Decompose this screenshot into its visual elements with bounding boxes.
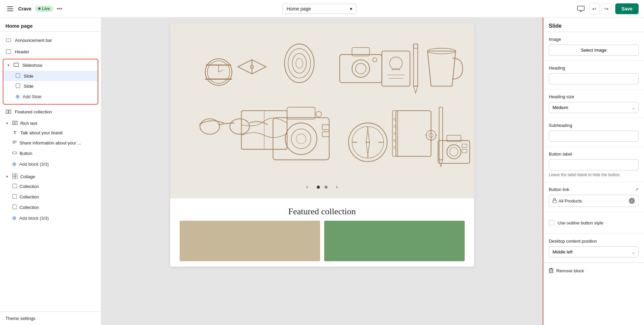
rich-text-icon — [12, 120, 18, 127]
collage-children: Collection Collection Collection ⊕ A — [0, 181, 101, 225]
svg-rect-8 — [14, 63, 19, 66]
theme-settings-link[interactable]: Theme settings — [0, 312, 101, 325]
svg-rect-11 — [16, 84, 20, 88]
rich-text-label: Rich text — [20, 121, 37, 126]
panel-heading-section: Heading — [543, 61, 644, 89]
remove-block-button[interactable]: Remove block — [543, 263, 644, 279]
svg-rect-3 — [577, 6, 584, 10]
collection-1-label: Collection — [20, 184, 39, 189]
rich-text-chevron: ▼ — [5, 121, 9, 125]
svg-rect-21 — [12, 174, 15, 176]
collection-icon-1 — [12, 184, 17, 189]
rich-text-section[interactable]: ▼ Rich text — [0, 117, 101, 128]
panel-title: Slide — [543, 18, 644, 32]
svg-rect-24 — [15, 177, 17, 179]
heading-size-select[interactable]: Medium Small Large — [549, 102, 639, 113]
button-link-clear[interactable]: × — [629, 198, 635, 204]
desktop-icon[interactable] — [576, 4, 586, 13]
undo-button[interactable]: ↩ — [589, 3, 600, 14]
svg-rect-22 — [15, 174, 17, 176]
sidebar-item-header[interactable]: Header — [0, 46, 101, 57]
slide-dot-2[interactable] — [325, 186, 328, 189]
sidebar-child-slide-2[interactable]: Slide — [3, 81, 98, 91]
outline-label: Use outline button style — [558, 220, 603, 225]
button-label-sidebar: Button — [20, 151, 32, 156]
svg-rect-94 — [553, 200, 556, 203]
topbar: Crave Live ••• Home page ▾ ↩ ↪ Save — [0, 0, 644, 18]
button-label-input[interactable] — [549, 159, 639, 170]
sidebar-item-announcement-bar[interactable]: Announcement bar — [0, 34, 101, 46]
add-block-collage-plus-icon: ⊕ — [12, 215, 17, 221]
topbar-left: Crave Live ••• — [5, 4, 62, 13]
slide-1-label: Slide — [24, 74, 33, 79]
subheading-input[interactable] — [549, 131, 639, 142]
menu-icon[interactable] — [5, 4, 15, 13]
right-panel: Slide Image Select Image Heading Heading… — [543, 18, 644, 325]
add-block-rich-text-button[interactable]: ⊕ Add block (3/3) — [0, 159, 101, 169]
heading-input[interactable] — [549, 73, 639, 84]
featured-collection-title: Featured collection — [180, 207, 465, 217]
desktop-position-select-wrapper: Middle left Middle center Middle right — [549, 246, 639, 258]
button-link-external-icon[interactable]: ↗ — [635, 187, 639, 192]
subheading-label: Subheading — [549, 123, 639, 128]
svg-rect-2 — [7, 10, 13, 11]
talk-label: Talk about your brand — [20, 130, 62, 135]
heading-field-label: Heading — [549, 65, 639, 71]
add-block-collage-button[interactable]: ⊕ Add block (3/3) — [0, 213, 101, 223]
slideshow-canvas: → ‹ › — [170, 23, 474, 198]
store-name: Crave — [18, 6, 31, 11]
desktop-position-select[interactable]: Middle left Middle center Middle right — [549, 246, 639, 258]
canvas-frame: → ‹ › Featured collection — [170, 23, 474, 267]
button-link-value: All Products × — [549, 195, 639, 207]
select-image-label: Select Image — [581, 48, 607, 53]
svg-point-9 — [16, 66, 17, 67]
slide-prev-arrow[interactable]: ‹ — [303, 182, 312, 192]
heading-size-select-wrapper: Medium Small Large — [549, 102, 639, 113]
redo-button[interactable]: ↪ — [601, 3, 612, 14]
collection-icon-2 — [12, 194, 17, 200]
featured-grid — [180, 221, 465, 261]
collage-chevron: ▼ — [5, 175, 9, 179]
panel-outline-section: Use outline button style — [543, 212, 644, 234]
live-badge: Live — [35, 6, 53, 12]
more-button[interactable]: ••• — [57, 6, 62, 12]
slide-2-label: Slide — [24, 84, 33, 89]
slide-dot-1[interactable] — [317, 186, 320, 189]
svg-rect-1 — [7, 8, 13, 9]
collage-section[interactable]: ▼ Collage — [0, 171, 101, 181]
live-label: Live — [42, 6, 50, 11]
sidebar-child-collection-1[interactable]: Collection — [0, 181, 101, 192]
sidebar-item-featured-label: Featured collection — [15, 109, 96, 114]
svg-rect-13 — [9, 110, 11, 113]
featured-img-2 — [324, 221, 465, 261]
sidebar: Home page Announcement bar Header ▼ — [0, 18, 101, 325]
slide-icon-1 — [16, 73, 21, 79]
outline-checkbox[interactable] — [549, 220, 554, 225]
slideshow-icon — [14, 62, 20, 68]
page-selector[interactable]: Home page ▾ — [282, 4, 357, 14]
add-block-plus-icon: ⊕ — [12, 161, 17, 167]
sidebar-child-talk-about-brand[interactable]: T Talk about your brand — [0, 128, 101, 138]
sidebar-child-collection-3[interactable]: Collection — [0, 202, 101, 213]
paragraph-icon — [12, 140, 17, 146]
sidebar-section-slideshow-header[interactable]: ▼ Slideshow — [3, 59, 98, 71]
sidebar-child-slide-1[interactable]: Slide — [3, 71, 98, 81]
collection-icon-3 — [12, 205, 17, 210]
outline-checkbox-row: Use outline button style — [549, 217, 639, 229]
save-button[interactable]: Save — [615, 3, 639, 14]
panel-subheading-section: Subheading — [543, 118, 644, 147]
lock-icon — [552, 198, 557, 204]
add-block-label: Add block (3/3) — [19, 162, 49, 167]
sidebar-child-button[interactable]: Button — [0, 148, 101, 159]
select-image-button[interactable]: Select Image — [549, 45, 639, 56]
sidebar-child-collection-2[interactable]: Collection — [0, 192, 101, 202]
svg-rect-6 — [6, 39, 11, 42]
chevron-down-icon: ▾ — [350, 6, 352, 11]
sidebar-child-share-info[interactable]: Share information about your ... — [0, 138, 101, 148]
add-slide-button[interactable]: ⊕ Add Slide — [3, 91, 98, 102]
live-dot — [38, 7, 41, 10]
slide-next-arrow[interactable]: › — [332, 182, 342, 192]
sidebar-item-featured-collection[interactable]: Featured collection — [0, 106, 101, 117]
add-slide-label: Add Slide — [23, 94, 42, 99]
desktop-position-label: Desktop content position — [549, 239, 639, 244]
